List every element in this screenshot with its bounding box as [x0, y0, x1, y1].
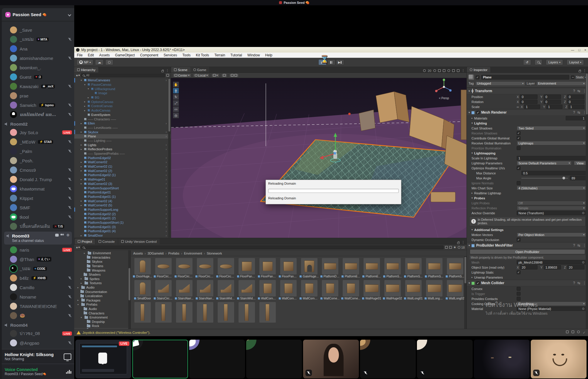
component-header[interactable]: ▾ ▦ ✓ Mesh Renderer ? ⇆ ⋮ — [467, 109, 588, 116]
y-field[interactable]: 1.89603 — [544, 265, 561, 269]
hierarchy-item[interactable]: ▸ WallCorner02 (4) › — [74, 199, 171, 203]
folder-row[interactable]: Documentation — [74, 289, 131, 294]
voice-member-row[interactable]: Cmoss9 — [2, 165, 74, 175]
asset-item[interactable]: FloorCircul... — [174, 258, 195, 278]
prefab-arrow-icon[interactable]: › — [166, 148, 167, 151]
property-dropdown[interactable]: Lightmaps▾ — [517, 141, 586, 145]
voice-member-row[interactable]: 🍩 — [2, 311, 74, 320]
menu-item[interactable]: Component — [137, 53, 161, 57]
folder-row[interactable]: Audio — [74, 307, 131, 311]
prefab-arrow-icon[interactable]: › — [166, 195, 167, 198]
menu-item[interactable]: Edit — [85, 53, 97, 57]
hierarchy-item[interactable]: ▸ AudioCanvas — [74, 108, 171, 113]
folder-row[interactable]: Rock — [74, 324, 131, 328]
search-button[interactable] — [535, 59, 542, 65]
folder-row[interactable]: ▸ Textures — [74, 281, 131, 285]
asset-item[interactable]: PlatformS... — [424, 258, 445, 278]
asset-item[interactable]: DoorHuge... — [132, 258, 153, 278]
folder-row[interactable]: Characters — [74, 311, 131, 315]
voice-member-row[interactable]: atomishandsome — [2, 53, 74, 63]
foldout-closed-icon[interactable]: ▸ — [81, 277, 83, 280]
tab-scene[interactable]: Scene — [171, 67, 190, 73]
cloud-button[interactable]: ☁ — [95, 59, 104, 65]
foldout-open-icon[interactable]: ▾ — [88, 87, 90, 90]
prefab-arrow-icon[interactable]: › — [166, 130, 167, 134]
foldout-closed-icon[interactable]: ▸ — [84, 109, 87, 112]
component-enabled-checkbox[interactable]: ✓ — [476, 281, 480, 285]
foldout-closed-icon[interactable]: ▸ — [81, 178, 83, 181]
lock-icon[interactable] — [457, 242, 459, 244]
preset-icon[interactable]: ⇆ — [577, 243, 580, 247]
breadcrumb-item[interactable]: Prefabs — [164, 252, 180, 255]
voice-member-row[interactable]: Ana — [2, 44, 74, 53]
asset-item[interactable]: PlatformE... — [340, 258, 361, 278]
hierarchy-item[interactable]: PlatformEdge02 › — [74, 156, 171, 160]
video-tile[interactable] — [417, 340, 473, 378]
hierarchy-item[interactable]: EventSystem — [74, 113, 171, 117]
property-checkbox[interactable]: ✓ — [517, 166, 521, 170]
hierarchy-item[interactable]: ▸ WallCorner02 (1) › — [74, 164, 171, 169]
undo-history-button[interactable]: ↺ — [523, 59, 531, 65]
voice-member-row[interactable]: _Palm — [2, 146, 74, 156]
menu-item[interactable]: File — [74, 53, 85, 57]
z-field[interactable]: 0 — [567, 100, 584, 104]
hierarchy-item[interactable]: PlatformSupportShort (1) › — [74, 220, 171, 225]
asset-item[interactable]: SmallDoor — [132, 280, 153, 300]
tab-inspector[interactable]: Inspector — [467, 67, 490, 73]
add-asset-button[interactable]: +▾ — [76, 246, 80, 249]
prefab-arrow-icon[interactable]: › — [166, 182, 167, 185]
scene-light-icon[interactable] — [433, 69, 436, 72]
property-dropdown[interactable]: 4 (Stitchable)▾ — [517, 186, 586, 190]
preset-icon[interactable]: ⇆ — [577, 110, 580, 114]
folder-row[interactable]: ▾ Prefabs — [74, 302, 131, 307]
breadcrumb-item[interactable]: Stonework — [202, 252, 222, 255]
z-field[interactable]: 1 — [568, 105, 584, 109]
asset-item[interactable] — [257, 302, 278, 323]
prefab-arrow-icon[interactable]: › — [166, 208, 167, 211]
add-object-button[interactable]: +▾ — [76, 74, 80, 77]
link-scale-icon[interactable]: ∞ — [517, 105, 519, 109]
video-tile[interactable]: LIVE — [75, 340, 131, 378]
prefab-arrow-icon[interactable]: › — [166, 156, 167, 159]
prefab-arrow-icon[interactable]: › — [166, 225, 167, 228]
prefab-arrow-icon[interactable]: › — [166, 204, 167, 207]
voice-member-row[interactable]: Sanwich ⚡ tspmo — [2, 100, 74, 110]
x-field[interactable]: 20 — [520, 265, 537, 269]
hierarchy-item[interactable]: ▾ PauseCanvas — [74, 82, 171, 87]
close-icon[interactable]: × — [584, 48, 586, 52]
scene-viewport[interactable]: < Persp ✋ ╋ ↻ ⤢ ▭ ◎ — [171, 78, 467, 238]
asset-item[interactable]: FloorPanel... — [278, 258, 299, 278]
folder-row[interactable]: Terrains — [74, 264, 131, 268]
foldout-closed-icon[interactable]: ▸ — [84, 252, 86, 255]
foldout-open-icon[interactable]: ▾ — [469, 282, 470, 284]
hierarchy-item[interactable]: PlatformEdge01 (2) › — [74, 216, 171, 220]
object-field[interactable]: None (Physic Material)⊙ — [517, 306, 586, 311]
y-field[interactable]: 0 — [544, 95, 561, 99]
account-button[interactable]: NP ▾ — [77, 59, 93, 65]
voice-member-row[interactable]: Joy SoLo LIVE — [2, 128, 74, 137]
prefab-arrow-icon[interactable]: › — [166, 174, 167, 177]
preset-icon[interactable]: ⇆ — [577, 89, 580, 93]
property-dropdown[interactable]: Everything▾ — [517, 301, 586, 306]
status-layout-icon[interactable] — [572, 331, 574, 333]
asset-item[interactable] — [215, 302, 236, 323]
preset-icon[interactable]: ⇆ — [577, 281, 580, 285]
video-tile[interactable] — [303, 340, 359, 378]
component-header[interactable]: ▾ ╋ Transform ? ⇆ ⋮ — [467, 88, 588, 94]
voice-member-row[interactable]: ปลื้มคนดีคนเดิม ⚔ T:/S — [2, 222, 74, 231]
lock-icon[interactable] — [579, 70, 581, 72]
voice-member-row[interactable]: Camillo — [2, 283, 74, 292]
hierarchy-item[interactable]: ▸ ReflectionProbes › — [74, 147, 171, 151]
x-field[interactable]: 0 — [520, 100, 537, 104]
asset-item[interactable]: FloorCircul... — [153, 258, 174, 278]
layout-dropdown[interactable]: Layout▾ — [567, 59, 584, 65]
asset-item[interactable] — [132, 302, 153, 323]
menu-item[interactable]: Kit Tools — [193, 53, 212, 57]
scene-visibility-icon[interactable] — [447, 69, 450, 72]
transform-tool-button[interactable]: ◎ — [173, 112, 179, 118]
tab-game[interactable]: Game — [190, 67, 209, 73]
foldout-closed-icon[interactable]: ▸ — [81, 282, 83, 284]
help-icon[interactable]: ? — [573, 243, 575, 247]
section-header[interactable]: ▾ Additional Settings — [467, 227, 588, 232]
foldout-closed-icon[interactable]: ▸ — [81, 200, 83, 202]
